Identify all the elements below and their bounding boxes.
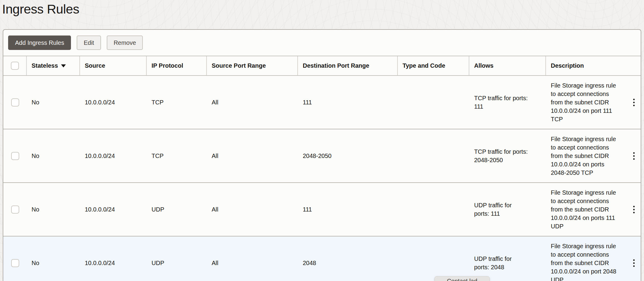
cell-allows: TCP traffic for ports: 111	[469, 94, 546, 111]
column-header-source-port-range: Source Port Range	[207, 56, 298, 75]
cell-allows: UDP traffic for ports: 2048	[469, 255, 546, 271]
cell-ip-protocol: TCP	[147, 98, 207, 107]
cell-ip-protocol: UDP	[147, 205, 207, 214]
cell-description: File Storage ingress rule to accept conn…	[546, 81, 618, 123]
row-actions-cell	[627, 150, 641, 162]
table-row: No 10.0.0.0/24 TCP All 111 TCP traffic f…	[3, 76, 641, 129]
row-checkbox[interactable]	[11, 205, 19, 214]
header-checkbox-cell	[3, 56, 27, 75]
cell-ip-protocol: TCP	[147, 152, 207, 160]
select-all-checkbox[interactable]	[11, 62, 19, 70]
cell-source-port-range: All	[207, 152, 298, 160]
cell-ip-protocol: UDP	[147, 259, 207, 267]
cell-destination-port-range: 2048-2050	[298, 152, 398, 160]
row-actions-kebab-icon[interactable]	[630, 150, 639, 162]
cell-description: File Storage ingress rule to accept conn…	[546, 242, 618, 281]
ingress-rules-panel: Add Ingress Rules Edit Remove Stateless …	[3, 29, 641, 281]
row-checkbox-cell	[3, 259, 27, 267]
contact-button[interactable]: Contact lad	[434, 276, 490, 281]
add-ingress-rules-button[interactable]: Add Ingress Rules	[8, 36, 71, 50]
row-checkbox[interactable]	[11, 259, 19, 267]
cell-source-port-range: All	[207, 205, 298, 214]
table-row: No 10.0.0.0/24 UDP All 111 UDP traffic f…	[3, 183, 641, 236]
column-header-source: Source	[80, 56, 147, 75]
cell-stateless: No	[27, 259, 80, 267]
cell-stateless: No	[27, 205, 80, 214]
table-row: No 10.0.0.0/24 TCP All 2048-2050 TCP tra…	[3, 129, 641, 183]
cell-source: 10.0.0.0/24	[80, 98, 147, 107]
column-header-allows: Allows	[469, 56, 546, 75]
page-title: Ingress Rules	[2, 2, 79, 17]
cell-destination-port-range: 111	[298, 205, 398, 214]
edit-button[interactable]: Edit	[77, 36, 101, 50]
cell-allows: UDP traffic for ports: 111	[469, 201, 546, 218]
row-checkbox[interactable]	[11, 98, 19, 107]
cell-source-port-range: All	[207, 259, 298, 267]
table-row: No 10.0.0.0/24 UDP All 2048 UDP traffic …	[3, 236, 641, 281]
cell-description: File Storage ingress rule to accept conn…	[546, 188, 618, 230]
cell-source: 10.0.0.0/24	[80, 259, 147, 267]
column-header-description: Description	[546, 56, 641, 75]
row-actions-kebab-icon[interactable]	[630, 204, 639, 215]
cell-source-port-range: All	[207, 98, 298, 107]
row-actions-cell	[627, 258, 641, 269]
row-checkbox-cell	[3, 152, 27, 160]
column-header-destination-port-range: Destination Port Range	[298, 56, 398, 75]
column-header-ip-protocol: IP Protocol	[147, 56, 207, 75]
row-actions-kebab-icon[interactable]	[630, 258, 639, 269]
remove-button[interactable]: Remove	[107, 36, 143, 50]
cell-stateless: No	[27, 152, 80, 160]
column-header-stateless[interactable]: Stateless	[27, 56, 80, 75]
row-actions-kebab-icon[interactable]	[630, 97, 639, 108]
cell-description: File Storage ingress rule to accept conn…	[546, 135, 618, 177]
cell-stateless: No	[27, 98, 80, 107]
cell-source: 10.0.0.0/24	[80, 152, 147, 160]
row-checkbox-cell	[3, 205, 27, 214]
cell-allows: TCP traffic for ports: 2048-2050	[469, 147, 546, 164]
caret-down-icon	[61, 64, 66, 67]
cell-source: 10.0.0.0/24	[80, 205, 147, 214]
row-actions-cell	[627, 204, 641, 215]
row-actions-cell	[627, 97, 641, 108]
toolbar: Add Ingress Rules Edit Remove	[3, 30, 641, 56]
cell-destination-port-range: 2048	[298, 259, 398, 267]
row-checkbox-cell	[3, 98, 27, 107]
column-header-type-and-code: Type and Code	[398, 56, 469, 75]
row-checkbox[interactable]	[11, 152, 19, 160]
table-header: Stateless Source IP Protocol Source Port…	[3, 56, 641, 76]
table-body: No 10.0.0.0/24 TCP All 111 TCP traffic f…	[3, 76, 641, 281]
cell-destination-port-range: 111	[298, 98, 398, 107]
